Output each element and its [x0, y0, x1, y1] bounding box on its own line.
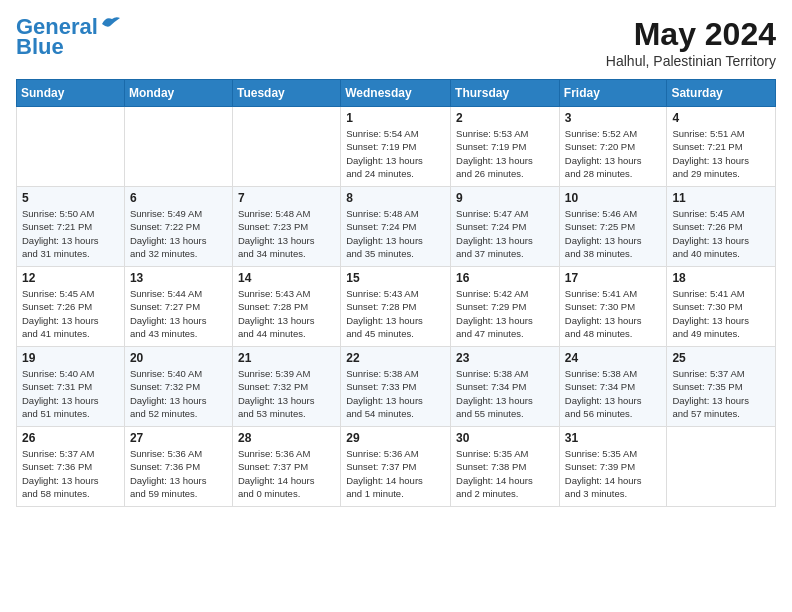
day-info: Sunrise: 5:36 AM Sunset: 7:37 PM Dayligh…: [238, 447, 335, 500]
day-info: Sunrise: 5:36 AM Sunset: 7:36 PM Dayligh…: [130, 447, 227, 500]
day-info: Sunrise: 5:46 AM Sunset: 7:25 PM Dayligh…: [565, 207, 662, 260]
day-cell: [124, 107, 232, 187]
col-header-monday: Monday: [124, 80, 232, 107]
day-number: 11: [672, 191, 770, 205]
day-info: Sunrise: 5:41 AM Sunset: 7:30 PM Dayligh…: [672, 287, 770, 340]
day-number: 10: [565, 191, 662, 205]
day-number: 6: [130, 191, 227, 205]
page-header: General Blue May 2024 Halhul, Palestinia…: [16, 16, 776, 69]
day-info: Sunrise: 5:39 AM Sunset: 7:32 PM Dayligh…: [238, 367, 335, 420]
day-cell: 16Sunrise: 5:42 AM Sunset: 7:29 PM Dayli…: [451, 267, 560, 347]
col-header-sunday: Sunday: [17, 80, 125, 107]
day-number: 14: [238, 271, 335, 285]
week-row-5: 26Sunrise: 5:37 AM Sunset: 7:36 PM Dayli…: [17, 427, 776, 507]
day-cell: 5Sunrise: 5:50 AM Sunset: 7:21 PM Daylig…: [17, 187, 125, 267]
day-info: Sunrise: 5:37 AM Sunset: 7:35 PM Dayligh…: [672, 367, 770, 420]
day-number: 2: [456, 111, 554, 125]
day-cell: [232, 107, 340, 187]
day-info: Sunrise: 5:44 AM Sunset: 7:27 PM Dayligh…: [130, 287, 227, 340]
day-number: 16: [456, 271, 554, 285]
day-info: Sunrise: 5:35 AM Sunset: 7:39 PM Dayligh…: [565, 447, 662, 500]
day-cell: 4Sunrise: 5:51 AM Sunset: 7:21 PM Daylig…: [667, 107, 776, 187]
logo: General Blue: [16, 16, 122, 60]
logo-blue: Blue: [16, 34, 64, 60]
day-number: 7: [238, 191, 335, 205]
day-info: Sunrise: 5:38 AM Sunset: 7:34 PM Dayligh…: [456, 367, 554, 420]
day-number: 19: [22, 351, 119, 365]
day-number: 27: [130, 431, 227, 445]
day-number: 18: [672, 271, 770, 285]
day-number: 25: [672, 351, 770, 365]
day-cell: 15Sunrise: 5:43 AM Sunset: 7:28 PM Dayli…: [341, 267, 451, 347]
day-number: 23: [456, 351, 554, 365]
day-info: Sunrise: 5:42 AM Sunset: 7:29 PM Dayligh…: [456, 287, 554, 340]
day-number: 24: [565, 351, 662, 365]
header-row: SundayMondayTuesdayWednesdayThursdayFrid…: [17, 80, 776, 107]
day-number: 9: [456, 191, 554, 205]
day-info: Sunrise: 5:50 AM Sunset: 7:21 PM Dayligh…: [22, 207, 119, 260]
day-info: Sunrise: 5:38 AM Sunset: 7:34 PM Dayligh…: [565, 367, 662, 420]
day-number: 3: [565, 111, 662, 125]
day-number: 1: [346, 111, 445, 125]
day-cell: 7Sunrise: 5:48 AM Sunset: 7:23 PM Daylig…: [232, 187, 340, 267]
day-info: Sunrise: 5:41 AM Sunset: 7:30 PM Dayligh…: [565, 287, 662, 340]
day-cell: 26Sunrise: 5:37 AM Sunset: 7:36 PM Dayli…: [17, 427, 125, 507]
day-cell: 31Sunrise: 5:35 AM Sunset: 7:39 PM Dayli…: [559, 427, 667, 507]
day-cell: 19Sunrise: 5:40 AM Sunset: 7:31 PM Dayli…: [17, 347, 125, 427]
day-cell: 29Sunrise: 5:36 AM Sunset: 7:37 PM Dayli…: [341, 427, 451, 507]
day-cell: 20Sunrise: 5:40 AM Sunset: 7:32 PM Dayli…: [124, 347, 232, 427]
day-info: Sunrise: 5:45 AM Sunset: 7:26 PM Dayligh…: [672, 207, 770, 260]
day-number: 8: [346, 191, 445, 205]
col-header-saturday: Saturday: [667, 80, 776, 107]
day-cell: 11Sunrise: 5:45 AM Sunset: 7:26 PM Dayli…: [667, 187, 776, 267]
day-number: 29: [346, 431, 445, 445]
col-header-wednesday: Wednesday: [341, 80, 451, 107]
day-info: Sunrise: 5:48 AM Sunset: 7:24 PM Dayligh…: [346, 207, 445, 260]
day-number: 31: [565, 431, 662, 445]
day-info: Sunrise: 5:47 AM Sunset: 7:24 PM Dayligh…: [456, 207, 554, 260]
day-number: 30: [456, 431, 554, 445]
location-subtitle: Halhul, Palestinian Territory: [606, 53, 776, 69]
day-cell: 27Sunrise: 5:36 AM Sunset: 7:36 PM Dayli…: [124, 427, 232, 507]
day-number: 20: [130, 351, 227, 365]
day-info: Sunrise: 5:49 AM Sunset: 7:22 PM Dayligh…: [130, 207, 227, 260]
day-info: Sunrise: 5:43 AM Sunset: 7:28 PM Dayligh…: [346, 287, 445, 340]
day-cell: 23Sunrise: 5:38 AM Sunset: 7:34 PM Dayli…: [451, 347, 560, 427]
day-cell: 28Sunrise: 5:36 AM Sunset: 7:37 PM Dayli…: [232, 427, 340, 507]
day-number: 22: [346, 351, 445, 365]
day-cell: 12Sunrise: 5:45 AM Sunset: 7:26 PM Dayli…: [17, 267, 125, 347]
day-number: 15: [346, 271, 445, 285]
calendar-table: SundayMondayTuesdayWednesdayThursdayFrid…: [16, 79, 776, 507]
day-cell: 22Sunrise: 5:38 AM Sunset: 7:33 PM Dayli…: [341, 347, 451, 427]
day-cell: 6Sunrise: 5:49 AM Sunset: 7:22 PM Daylig…: [124, 187, 232, 267]
week-row-4: 19Sunrise: 5:40 AM Sunset: 7:31 PM Dayli…: [17, 347, 776, 427]
day-info: Sunrise: 5:54 AM Sunset: 7:19 PM Dayligh…: [346, 127, 445, 180]
day-cell: 10Sunrise: 5:46 AM Sunset: 7:25 PM Dayli…: [559, 187, 667, 267]
week-row-3: 12Sunrise: 5:45 AM Sunset: 7:26 PM Dayli…: [17, 267, 776, 347]
day-number: 13: [130, 271, 227, 285]
week-row-1: 1Sunrise: 5:54 AM Sunset: 7:19 PM Daylig…: [17, 107, 776, 187]
bird-icon: [100, 14, 122, 32]
day-info: Sunrise: 5:52 AM Sunset: 7:20 PM Dayligh…: [565, 127, 662, 180]
day-info: Sunrise: 5:40 AM Sunset: 7:31 PM Dayligh…: [22, 367, 119, 420]
day-info: Sunrise: 5:53 AM Sunset: 7:19 PM Dayligh…: [456, 127, 554, 180]
day-info: Sunrise: 5:43 AM Sunset: 7:28 PM Dayligh…: [238, 287, 335, 340]
day-cell: 9Sunrise: 5:47 AM Sunset: 7:24 PM Daylig…: [451, 187, 560, 267]
day-number: 12: [22, 271, 119, 285]
day-number: 5: [22, 191, 119, 205]
day-number: 17: [565, 271, 662, 285]
day-cell: 13Sunrise: 5:44 AM Sunset: 7:27 PM Dayli…: [124, 267, 232, 347]
day-number: 4: [672, 111, 770, 125]
week-row-2: 5Sunrise: 5:50 AM Sunset: 7:21 PM Daylig…: [17, 187, 776, 267]
day-number: 28: [238, 431, 335, 445]
title-section: May 2024 Halhul, Palestinian Territory: [606, 16, 776, 69]
day-cell: [17, 107, 125, 187]
month-title: May 2024: [606, 16, 776, 53]
day-number: 26: [22, 431, 119, 445]
day-cell: 8Sunrise: 5:48 AM Sunset: 7:24 PM Daylig…: [341, 187, 451, 267]
day-info: Sunrise: 5:45 AM Sunset: 7:26 PM Dayligh…: [22, 287, 119, 340]
day-info: Sunrise: 5:40 AM Sunset: 7:32 PM Dayligh…: [130, 367, 227, 420]
col-header-thursday: Thursday: [451, 80, 560, 107]
day-cell: [667, 427, 776, 507]
day-info: Sunrise: 5:51 AM Sunset: 7:21 PM Dayligh…: [672, 127, 770, 180]
